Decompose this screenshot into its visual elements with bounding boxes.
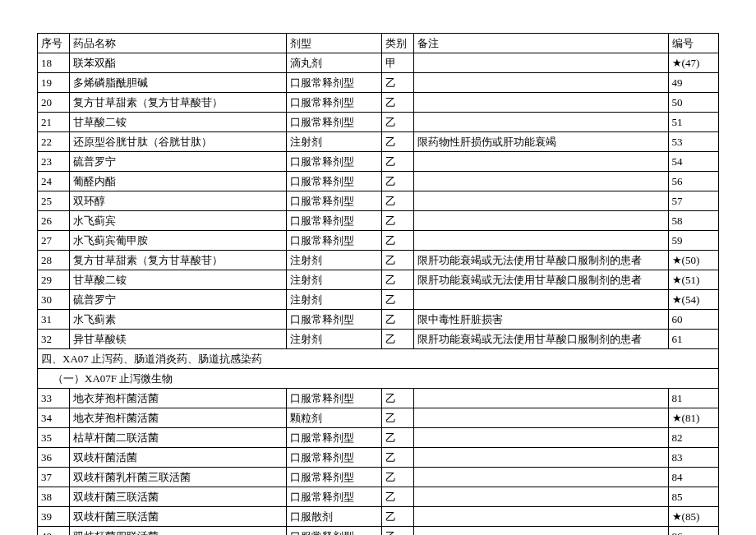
header-name: 药品名称 bbox=[70, 34, 286, 53]
cell-remark bbox=[414, 211, 668, 231]
cell-remark bbox=[414, 93, 668, 113]
cell-cat: 乙 bbox=[381, 73, 413, 93]
cell-remark bbox=[414, 468, 668, 487]
table-row: 24葡醛内酯口服常释剂型乙56 bbox=[38, 172, 719, 191]
cell-seq: 30 bbox=[38, 290, 70, 310]
cell-remark bbox=[414, 152, 668, 172]
cell-remark bbox=[414, 428, 668, 448]
cell-seq: 37 bbox=[38, 468, 70, 487]
cell-seq: 34 bbox=[38, 408, 70, 428]
cell-code: 57 bbox=[668, 191, 718, 211]
cell-cat: 乙 bbox=[381, 113, 413, 132]
cell-code: 56 bbox=[668, 172, 718, 191]
cell-name: 双环醇 bbox=[70, 191, 286, 211]
cell-form: 口服常释剂型 bbox=[286, 93, 381, 113]
cell-cat: 乙 bbox=[381, 211, 413, 231]
cell-form: 口服常释剂型 bbox=[286, 73, 381, 93]
cell-cat: 乙 bbox=[381, 468, 413, 487]
cell-seq: 38 bbox=[38, 487, 70, 507]
cell-remark: 限肝功能衰竭或无法使用甘草酸口服制剂的患者 bbox=[414, 330, 668, 349]
cell-name: 多烯磷脂酰胆碱 bbox=[70, 73, 286, 93]
cell-remark: 限中毒性肝脏损害 bbox=[414, 310, 668, 330]
header-form: 剂型 bbox=[286, 34, 381, 53]
cell-name: 联苯双酯 bbox=[70, 53, 286, 73]
table-row: 33地衣芽孢杆菌活菌口服常释剂型乙81 bbox=[38, 389, 719, 408]
cell-code: 85 bbox=[668, 487, 718, 507]
cell-seq: 19 bbox=[38, 73, 70, 93]
cell-code: ★(50) bbox=[668, 251, 718, 270]
cell-name: 甘草酸二铵 bbox=[70, 113, 286, 132]
cell-remark bbox=[414, 389, 668, 408]
table-row: 34地衣芽孢杆菌活菌颗粒剂乙★(81) bbox=[38, 408, 719, 428]
header-code: 编号 bbox=[668, 34, 718, 53]
cell-form: 口服常释剂型 bbox=[286, 310, 381, 330]
cell-code: 50 bbox=[668, 93, 718, 113]
table-row: 40双歧杆菌四联活菌口服常释剂型乙86 bbox=[38, 527, 719, 536]
cell-cat: 乙 bbox=[381, 152, 413, 172]
table-row: 35枯草杆菌二联活菌口服常释剂型乙82 bbox=[38, 428, 719, 448]
cell-form: 口服常释剂型 bbox=[286, 527, 381, 536]
cell-code: 59 bbox=[668, 231, 718, 251]
cell-name: 水飞蓟素 bbox=[70, 310, 286, 330]
cell-seq: 28 bbox=[38, 251, 70, 270]
cell-form: 口服常释剂型 bbox=[286, 113, 381, 132]
table-row: 37双歧杆菌乳杆菌三联活菌口服常释剂型乙84 bbox=[38, 468, 719, 487]
cell-remark bbox=[414, 73, 668, 93]
cell-code: ★(47) bbox=[668, 53, 718, 73]
cell-name: 双歧杆菌四联活菌 bbox=[70, 527, 286, 536]
cell-seq: 29 bbox=[38, 270, 70, 290]
subsection-cell: （一）XA07F 止泻微生物 bbox=[38, 369, 719, 389]
cell-cat: 乙 bbox=[381, 448, 413, 468]
table-row: 四、XA07 止泻药、肠道消炎药、肠道抗感染药 bbox=[38, 349, 719, 369]
cell-remark bbox=[414, 527, 668, 536]
cell-seq: 26 bbox=[38, 211, 70, 231]
cell-form: 口服常释剂型 bbox=[286, 231, 381, 251]
cell-name: 地衣芽孢杆菌活菌 bbox=[70, 389, 286, 408]
table-row: 29甘草酸二铵注射剂乙限肝功能衰竭或无法使用甘草酸口服制剂的患者★(51) bbox=[38, 270, 719, 290]
cell-cat: 乙 bbox=[381, 527, 413, 536]
table-row: 26水飞蓟宾口服常释剂型乙58 bbox=[38, 211, 719, 231]
cell-form: 口服散剂 bbox=[286, 507, 381, 527]
cell-seq: 25 bbox=[38, 191, 70, 211]
cell-code: 82 bbox=[668, 428, 718, 448]
cell-remark: 限肝功能衰竭或无法使用甘草酸口服制剂的患者 bbox=[414, 251, 668, 270]
cell-form: 口服常释剂型 bbox=[286, 487, 381, 507]
cell-remark bbox=[414, 172, 668, 191]
cell-name: 甘草酸二铵 bbox=[70, 270, 286, 290]
header-row: 序号 药品名称 剂型 类别 备注 编号 bbox=[38, 34, 719, 53]
cell-seq: 18 bbox=[38, 53, 70, 73]
cell-code: 51 bbox=[668, 113, 718, 132]
cell-remark bbox=[414, 487, 668, 507]
cell-seq: 24 bbox=[38, 172, 70, 191]
cell-name: 双歧杆菌三联活菌 bbox=[70, 507, 286, 527]
cell-cat: 乙 bbox=[381, 310, 413, 330]
cell-remark bbox=[414, 290, 668, 310]
table-row: 38双歧杆菌三联活菌口服常释剂型乙85 bbox=[38, 487, 719, 507]
cell-name: 硫普罗宁 bbox=[70, 290, 286, 310]
cell-name: 硫普罗宁 bbox=[70, 152, 286, 172]
cell-remark bbox=[414, 507, 668, 527]
cell-name: 葡醛内酯 bbox=[70, 172, 286, 191]
cell-cat: 乙 bbox=[381, 290, 413, 310]
cell-name: 异甘草酸镁 bbox=[70, 330, 286, 349]
cell-form: 注射剂 bbox=[286, 251, 381, 270]
cell-form: 注射剂 bbox=[286, 330, 381, 349]
cell-form: 口服常释剂型 bbox=[286, 468, 381, 487]
cell-cat: 乙 bbox=[381, 408, 413, 428]
table-row: 21甘草酸二铵口服常释剂型乙51 bbox=[38, 113, 719, 132]
cell-cat: 乙 bbox=[381, 507, 413, 527]
drug-table: 序号 药品名称 剂型 类别 备注 编号 18联苯双酯滴丸剂甲★(47)19多烯磷… bbox=[37, 33, 719, 535]
header-remark: 备注 bbox=[414, 34, 668, 53]
cell-code: 53 bbox=[668, 132, 718, 152]
cell-cat: 甲 bbox=[381, 53, 413, 73]
cell-seq: 33 bbox=[38, 389, 70, 408]
cell-form: 口服常释剂型 bbox=[286, 191, 381, 211]
cell-name: 双歧杆菌乳杆菌三联活菌 bbox=[70, 468, 286, 487]
cell-code: 86 bbox=[668, 527, 718, 536]
table-row: 25双环醇口服常释剂型乙57 bbox=[38, 191, 719, 211]
section-cell: 四、XA07 止泻药、肠道消炎药、肠道抗感染药 bbox=[38, 349, 719, 369]
table-row: 28复方甘草甜素（复方甘草酸苷）注射剂乙限肝功能衰竭或无法使用甘草酸口服制剂的患… bbox=[38, 251, 719, 270]
cell-form: 注射剂 bbox=[286, 290, 381, 310]
cell-code: ★(54) bbox=[668, 290, 718, 310]
table-row: 27水飞蓟宾葡甲胺口服常释剂型乙59 bbox=[38, 231, 719, 251]
